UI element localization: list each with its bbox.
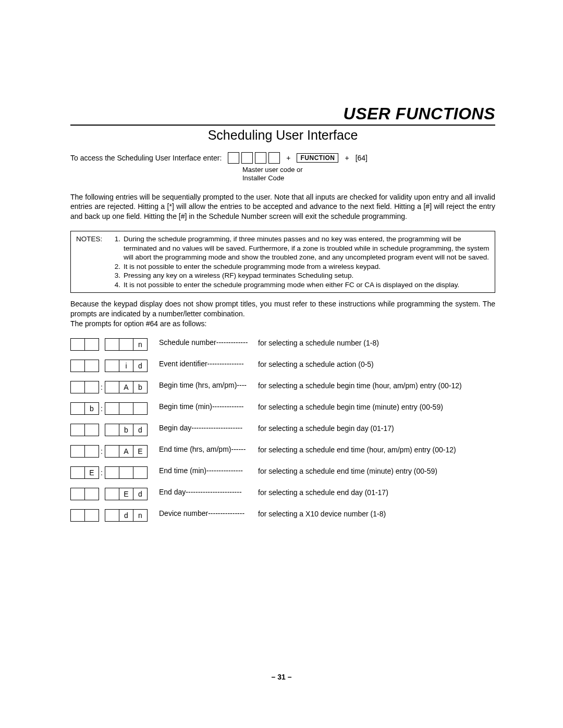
display-cell: d xyxy=(133,488,148,500)
display-cell: A xyxy=(119,381,133,393)
display-cell xyxy=(119,338,133,351)
display-cell xyxy=(70,424,85,436)
prompt-display: :Ab xyxy=(70,381,159,395)
prompt-row: :AbBegin time (hrs, am/pm)----for select… xyxy=(70,381,495,395)
display-cell xyxy=(70,360,85,372)
display-cell xyxy=(84,445,99,458)
note-text: It is not possible to enter the schedule… xyxy=(124,280,489,290)
code-caption: Master user code or Installer Code xyxy=(242,166,495,183)
display-cell: b xyxy=(133,381,148,393)
prompt-description: for selecting a schedule begin day (01-1… xyxy=(258,424,495,434)
page: USER FUNCTIONS Scheduling User Interface… xyxy=(0,0,563,728)
display-cell xyxy=(105,338,119,351)
note-number: 2. xyxy=(110,262,124,272)
display-cell xyxy=(70,445,85,458)
prompt-description: for selecting a schedule action (0-5) xyxy=(258,360,495,369)
code-64: [64] xyxy=(356,154,368,162)
note-text: It is not possible to enter the schedule… xyxy=(124,262,489,272)
display-cell: d xyxy=(119,509,133,522)
prompt-label: Begin time (min)------------- xyxy=(159,402,258,411)
display-cell xyxy=(105,360,119,372)
section-title: USER FUNCTIONS xyxy=(70,104,495,124)
display-cell xyxy=(70,381,85,393)
note-number: 3. xyxy=(110,271,124,280)
note-number: 4. xyxy=(110,280,124,290)
prompt-display: Ed xyxy=(70,488,159,502)
prompt-description: for selecting a X10 device number (1-8) xyxy=(258,509,495,519)
divider xyxy=(70,125,495,126)
display-cell: E xyxy=(119,488,133,500)
prompt-description: for selecting a schedule end time (minut… xyxy=(258,466,495,476)
notes-label: NOTES: xyxy=(76,235,110,262)
prompt-description: for selecting a schedule begin time (min… xyxy=(258,402,495,412)
display-cell: b xyxy=(84,402,99,415)
display-cell: n xyxy=(133,338,148,351)
display-cell xyxy=(70,402,85,415)
display-cell xyxy=(105,488,119,500)
display-cell xyxy=(84,488,99,500)
prompt-row: idEvent identifier---------------for sel… xyxy=(70,360,495,374)
prompt-display: E: xyxy=(70,466,159,480)
display-cell: E xyxy=(133,445,148,458)
display-cell xyxy=(70,509,85,522)
display-cell xyxy=(70,488,85,500)
prompt-description: for selecting a schedule end time (hour,… xyxy=(258,445,495,455)
display-cell xyxy=(70,466,85,479)
note-number: 1. xyxy=(110,235,124,262)
display-cell xyxy=(84,509,99,522)
prompt-label: Begin day--------------------- xyxy=(159,424,258,432)
display-cell: E xyxy=(84,466,99,479)
display-cell xyxy=(70,338,85,351)
display-cell xyxy=(133,466,148,479)
notes-label-empty xyxy=(76,280,110,290)
display-colon: : xyxy=(99,404,105,413)
code-entry-boxes xyxy=(228,152,280,164)
notes-box: NOTES: 1. During the schedule programmin… xyxy=(70,231,495,293)
prompt-row: EdEnd day-----------------------for sele… xyxy=(70,488,495,502)
prompt-label: Schedule number------------- xyxy=(159,338,258,347)
display-cell: b xyxy=(119,424,133,436)
note-text: Pressing any key on a wireless (RF) keyp… xyxy=(124,271,489,280)
prompt-row: :AEEnd time (hrs, am/pm)------for select… xyxy=(70,445,495,459)
note-row: NOTES: 1. During the schedule programmin… xyxy=(76,235,489,262)
code-box xyxy=(255,152,266,164)
prompt-row: E:End time (min)---------------for selec… xyxy=(70,466,495,480)
code-caption-line2: Installer Code xyxy=(242,174,284,182)
plus-sign: + xyxy=(286,154,290,162)
page-subtitle: Scheduling User Interface xyxy=(70,128,495,143)
prompt-display: id xyxy=(70,360,159,374)
prompt-display: dn xyxy=(70,509,159,523)
code-box xyxy=(268,152,280,164)
display-cell xyxy=(133,402,148,415)
prompts-intro: Because the keypad display does not show… xyxy=(70,299,495,329)
display-cell xyxy=(84,381,99,393)
display-cell xyxy=(84,424,99,436)
display-cell xyxy=(119,466,133,479)
display-colon: : xyxy=(99,447,105,455)
display-cell: d xyxy=(133,424,148,436)
note-row: 2. It is not possible to enter the sched… xyxy=(76,262,489,272)
prompt-label: End day----------------------- xyxy=(159,488,258,496)
note-row: 3. Pressing any key on a wireless (RF) k… xyxy=(76,271,489,280)
intro-paragraph: The following entries will be sequential… xyxy=(70,192,495,222)
prompt-label: Event identifier--------------- xyxy=(159,360,258,368)
notes-label-empty xyxy=(76,262,110,272)
display-cell xyxy=(84,360,99,372)
display-colon: : xyxy=(99,468,105,477)
prompt-row: b:Begin time (min)-------------for selec… xyxy=(70,402,495,416)
prompt-label: Device number--------------- xyxy=(159,509,258,517)
prompt-display: n xyxy=(70,338,159,352)
prompt-display: :AE xyxy=(70,445,159,459)
prompt-display: bd xyxy=(70,424,159,438)
plus-sign: + xyxy=(345,154,349,162)
prompt-description: for selecting a schedule number (1-8) xyxy=(258,338,495,348)
display-cell: d xyxy=(133,360,148,372)
note-text: During the schedule programming, if thre… xyxy=(124,235,489,262)
prompt-label: End time (min)--------------- xyxy=(159,466,258,475)
code-box xyxy=(228,152,239,164)
display-cell: A xyxy=(119,445,133,458)
prompt-description: for selecting a schedule end day (01-17) xyxy=(258,488,495,498)
prompt-label: End time (hrs, am/pm)------ xyxy=(159,445,258,453)
prompt-row: nSchedule number-------------for selecti… xyxy=(70,338,495,352)
access-instruction: To access the Scheduling User Interface … xyxy=(70,152,495,164)
